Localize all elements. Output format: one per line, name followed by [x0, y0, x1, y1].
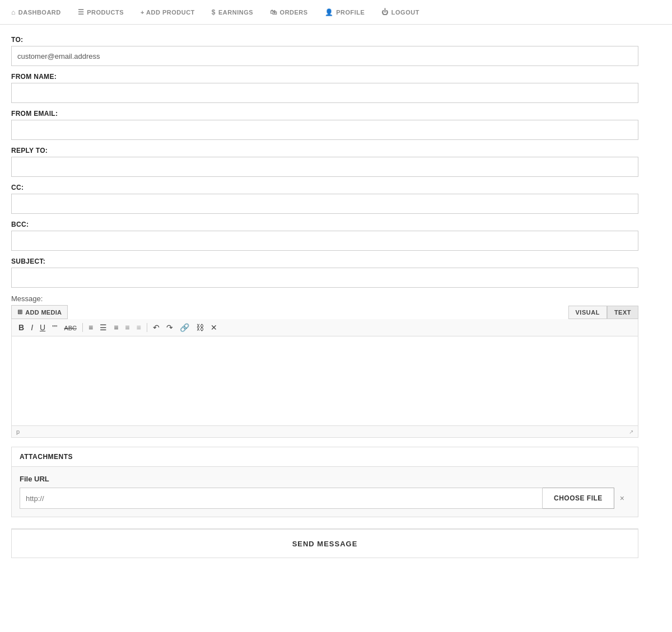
from-name-input[interactable]	[11, 83, 638, 103]
file-url-input[interactable]	[20, 488, 543, 509]
subject-field-group: SUBJECT:	[11, 258, 638, 288]
from-email-label: FROM EMAIL:	[11, 110, 638, 118]
profile-icon: 👤	[325, 8, 334, 16]
cc-label: CC:	[11, 184, 638, 191]
attachments-header: ATTACHMENTS	[12, 447, 638, 467]
unordered-list-button[interactable]: ≡	[86, 322, 95, 333]
send-message-button[interactable]: SEND MESSAGE	[11, 529, 638, 558]
to-input[interactable]	[11, 46, 638, 66]
attachments-body: File URL CHOOSE FILE ×	[12, 467, 638, 517]
subject-label: SUBJECT:	[11, 258, 638, 265]
unlink-button[interactable]: ⛓	[194, 322, 206, 333]
to-label: TO:	[11, 36, 638, 44]
add-media-button[interactable]: ⊞ ADD MEDIA	[11, 305, 68, 319]
main-content: TO: FROM NAME: FROM EMAIL: REPLY TO: CC:…	[0, 25, 650, 569]
ordered-list-button[interactable]: ☰	[97, 322, 109, 333]
fmt-separator-2	[147, 323, 147, 332]
from-name-label: FROM NAME:	[11, 73, 638, 81]
strikethrough-button[interactable]: ABC	[62, 322, 79, 333]
cc-input[interactable]	[11, 194, 638, 214]
italic-button[interactable]: I	[29, 322, 35, 333]
from-email-field-group: FROM EMAIL:	[11, 110, 638, 140]
send-message-bar: SEND MESSAGE	[11, 528, 638, 558]
underline-button[interactable]: U	[38, 322, 48, 333]
add-media-icon: ⊞	[17, 308, 22, 316]
attachments-section: ATTACHMENTS File URL CHOOSE FILE ×	[11, 447, 638, 517]
bcc-label: BCC:	[11, 221, 638, 228]
nav-profile[interactable]: 👤 PROFILE	[325, 8, 365, 16]
from-email-input[interactable]	[11, 120, 638, 140]
products-icon: ☰	[78, 8, 85, 16]
earnings-icon: $	[212, 8, 216, 16]
file-url-row: CHOOSE FILE ×	[20, 488, 630, 509]
orders-icon: 🛍	[270, 8, 277, 16]
editor-formatting-bar: B I U "" ABC ≡ ☰ ≡ ≡ ≡ ↶ ↷ 🔗 ⛓ ✕	[11, 319, 638, 336]
cc-field-group: CC:	[11, 184, 638, 214]
bcc-field-group: BCC:	[11, 221, 638, 251]
to-field-group: TO:	[11, 36, 638, 66]
reply-to-field-group: REPLY TO:	[11, 147, 638, 177]
align-left-button[interactable]: ≡	[111, 322, 120, 333]
link-button[interactable]: 🔗	[178, 322, 192, 333]
dashboard-icon: ⌂	[11, 8, 16, 16]
nav-orders[interactable]: 🛍 ORDERS	[270, 8, 308, 16]
message-field-group: Message: ⊞ ADD MEDIA VISUAL TEXT B I U "…	[11, 294, 638, 438]
bcc-input[interactable]	[11, 231, 638, 251]
subject-input[interactable]	[11, 268, 638, 288]
nav-earnings[interactable]: $ EARNINGS	[212, 8, 253, 16]
main-nav: ⌂ DASHBOARD ☰ PRODUCTS + ADD PRODUCT $ E…	[0, 0, 672, 25]
editor-toolbar-top: ⊞ ADD MEDIA VISUAL TEXT	[11, 305, 638, 319]
file-url-label: File URL	[20, 475, 630, 483]
editor-content-area[interactable]	[11, 336, 638, 426]
message-label: Message:	[11, 294, 638, 303]
reply-to-input[interactable]	[11, 157, 638, 177]
from-name-field-group: FROM NAME:	[11, 73, 638, 103]
editor-paragraph-indicator: p	[16, 428, 20, 435]
redo-button[interactable]: ↷	[164, 322, 175, 333]
visual-view-button[interactable]: VISUAL	[568, 306, 607, 319]
align-right-button[interactable]: ≡	[134, 322, 143, 333]
nav-dashboard[interactable]: ⌂ DASHBOARD	[11, 8, 61, 16]
editor-resize-icon: ↗	[629, 429, 633, 435]
logout-icon: ⏻	[381, 8, 389, 16]
text-view-button[interactable]: TEXT	[607, 306, 638, 319]
nav-logout[interactable]: ⏻ LOGOUT	[381, 8, 419, 16]
fullscreen-button[interactable]: ✕	[208, 322, 220, 333]
reply-to-label: REPLY TO:	[11, 147, 638, 155]
blockquote-button[interactable]: ""	[50, 322, 59, 333]
undo-button[interactable]: ↶	[151, 322, 162, 333]
nav-add-product[interactable]: + ADD PRODUCT	[141, 9, 195, 16]
fmt-separator-1	[82, 323, 83, 332]
align-center-button[interactable]: ≡	[123, 322, 132, 333]
bold-button[interactable]: B	[16, 322, 26, 333]
editor-view-buttons: VISUAL TEXT	[568, 306, 638, 319]
nav-products[interactable]: ☰ PRODUCTS	[78, 8, 124, 16]
file-remove-button[interactable]: ×	[614, 488, 630, 509]
editor-bottom-bar: p ↗	[11, 426, 638, 438]
choose-file-button[interactable]: CHOOSE FILE	[543, 488, 614, 509]
